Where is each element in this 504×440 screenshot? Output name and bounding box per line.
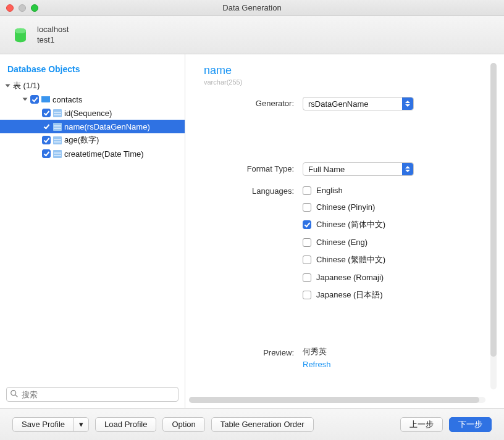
window-traffic-lights <box>6 4 38 12</box>
minimize-icon[interactable] <box>19 4 26 12</box>
format-type-select[interactable]: Full Name <box>303 162 414 176</box>
table-icon <box>41 95 50 104</box>
tree-table[interactable]: contacts <box>0 93 185 106</box>
checkbox[interactable] <box>42 149 51 158</box>
language-label: Chinese (Eng) <box>316 238 368 247</box>
column-icon <box>53 136 62 144</box>
language-list: EnglishChinese (Pinyin)Chinese (简体中文)Chi… <box>303 185 485 301</box>
checkbox[interactable] <box>303 273 311 282</box>
language-label: Japanese (日本語) <box>316 289 383 301</box>
checkbox[interactable] <box>30 95 39 104</box>
svg-rect-11 <box>54 139 61 140</box>
settings-panel: name varchar(255) Generator: rsDataGenNa… <box>185 54 504 408</box>
field-type: varchar(255) <box>204 78 485 86</box>
label-generator: Generator: <box>204 97 303 108</box>
sidebar-heading: Database Objects <box>0 59 185 79</box>
checkbox[interactable] <box>42 109 51 117</box>
tree-column[interactable]: id(Sequence) <box>0 106 185 120</box>
language-option[interactable]: Japanese (日本語) <box>303 289 485 301</box>
language-option[interactable]: English <box>303 186 485 195</box>
svg-rect-3 <box>41 96 50 98</box>
format-type-value: Full Name <box>308 165 345 174</box>
footer: Save Profile ▾ Load Profile Option Table… <box>0 408 504 440</box>
checkbox[interactable] <box>303 186 311 195</box>
option-button[interactable]: Option <box>162 417 204 432</box>
preview-value: 何秀英 <box>303 346 485 357</box>
column-icon <box>53 109 62 117</box>
svg-rect-6 <box>54 114 61 115</box>
checkbox[interactable] <box>303 238 311 247</box>
checkbox[interactable] <box>303 220 311 229</box>
tree-column-label: createtime(Date Time) <box>64 149 144 159</box>
language-label: Chinese (Pinyin) <box>316 202 375 212</box>
connection-info: localhost test1 <box>37 25 69 45</box>
svg-rect-7 <box>53 123 62 131</box>
connection-host: localhost <box>37 25 69 35</box>
zoom-icon[interactable] <box>31 4 38 12</box>
label-format-type: Format Type: <box>204 162 303 173</box>
checkbox[interactable] <box>303 291 311 299</box>
table-generation-order-button[interactable]: Table Generation Order <box>211 417 314 432</box>
column-icon <box>53 123 62 131</box>
connection-header: localhost test1 <box>0 16 504 54</box>
tree-column[interactable]: name(rsDataGenName) <box>0 120 185 133</box>
tree-table-label: contacts <box>52 95 82 104</box>
language-option[interactable]: Chinese (简体中文) <box>303 219 485 230</box>
language-label: Chinese (繁體中文) <box>316 254 385 265</box>
language-label: English <box>316 186 343 195</box>
next-button[interactable]: 下一步 <box>449 417 492 432</box>
svg-rect-15 <box>54 155 61 156</box>
svg-rect-8 <box>54 125 61 127</box>
checkbox[interactable] <box>303 203 311 212</box>
connection-database: test1 <box>37 35 69 45</box>
language-label: Japanese (Romaji) <box>316 273 384 282</box>
scroll-thumb[interactable] <box>189 397 479 403</box>
checkbox[interactable] <box>303 255 311 264</box>
label-preview: Preview: <box>204 346 303 357</box>
field-name: name <box>204 64 485 77</box>
chevron-down-icon[interactable] <box>23 98 28 101</box>
vertical-scrollbar[interactable] <box>490 63 497 389</box>
svg-rect-5 <box>54 112 61 113</box>
select-arrow-icon <box>402 163 413 175</box>
tree-column-label: name(rsDataGenName) <box>64 122 150 131</box>
svg-rect-12 <box>54 141 61 143</box>
search-icon <box>10 389 19 398</box>
language-option[interactable]: Japanese (Romaji) <box>303 273 485 282</box>
svg-rect-4 <box>53 109 62 117</box>
search-wrap <box>0 381 185 408</box>
load-profile-button[interactable]: Load Profile <box>95 417 156 432</box>
save-profile-group: Save Profile ▾ <box>12 417 89 432</box>
checkbox[interactable] <box>42 122 51 131</box>
main-area: Database Objects 表 (1/1) contacts id(Seq… <box>0 54 504 408</box>
language-label: Chinese (简体中文) <box>316 219 385 230</box>
svg-rect-13 <box>53 150 62 158</box>
search-input[interactable] <box>6 387 178 402</box>
language-option[interactable]: Chinese (Eng) <box>303 238 485 247</box>
refresh-link[interactable]: Refresh <box>303 360 331 369</box>
tree-root[interactable]: 表 (1/1) <box>0 79 185 93</box>
column-icon <box>53 150 62 158</box>
tree-column-label: id(Sequence) <box>64 109 112 118</box>
language-option[interactable]: Chinese (Pinyin) <box>303 202 485 212</box>
generator-value: rsDataGenName <box>308 99 369 109</box>
horizontal-scrollbar[interactable] <box>189 397 485 403</box>
tree-column-label: age(数字) <box>64 135 99 146</box>
tree-column[interactable]: createtime(Date Time) <box>0 147 185 160</box>
save-profile-button[interactable]: Save Profile <box>12 417 74 432</box>
close-icon[interactable] <box>6 4 14 12</box>
svg-point-1 <box>15 28 26 33</box>
prev-button[interactable]: 上一步 <box>400 417 443 432</box>
svg-rect-9 <box>54 128 61 129</box>
svg-point-16 <box>11 391 16 396</box>
checkbox[interactable] <box>42 136 51 144</box>
svg-rect-10 <box>53 136 62 144</box>
titlebar: Data Generation <box>0 0 504 16</box>
tree-column[interactable]: age(数字) <box>0 133 185 147</box>
generator-select[interactable]: rsDataGenName <box>303 97 414 110</box>
chevron-down-icon[interactable] <box>6 85 10 88</box>
language-option[interactable]: Chinese (繁體中文) <box>303 254 485 265</box>
label-languages: Languages: <box>204 185 303 196</box>
scroll-thumb[interactable] <box>490 63 497 357</box>
save-profile-menu-button[interactable]: ▾ <box>74 417 89 432</box>
